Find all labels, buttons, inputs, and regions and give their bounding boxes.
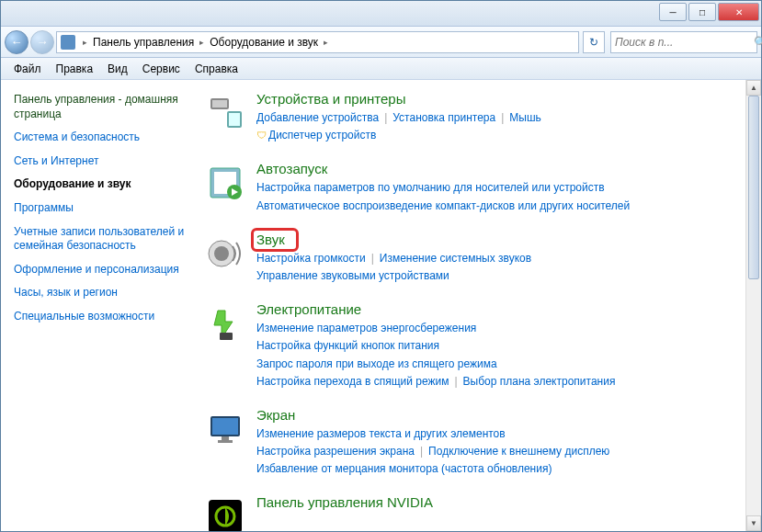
category-body: ЗвукНастройка громкости|Изменение систем…: [256, 232, 754, 285]
search-box[interactable]: 🔍: [610, 31, 757, 53]
category-link[interactable]: Изменение размеров текста и других элеме…: [256, 427, 506, 440]
svg-rect-14: [218, 440, 233, 443]
category-link[interactable]: Изменение параметров энергосбережения: [256, 322, 476, 334]
link-separator: |: [454, 375, 457, 388]
back-button[interactable]: ←: [5, 30, 28, 54]
sidebar-item[interactable]: Панель управления - домашняя страница: [14, 93, 188, 121]
search-input[interactable]: [615, 36, 754, 49]
category-link[interactable]: Избавление от мерцания монитора (частота…: [256, 462, 552, 475]
category-title[interactable]: Автозапуск: [256, 161, 327, 176]
category-title[interactable]: Устройства и принтеры: [256, 91, 405, 107]
category-body: ЭлектропитаниеИзменение параметров энерг…: [256, 301, 754, 391]
category-link[interactable]: Настройка громкости: [256, 252, 366, 265]
category: Устройства и принтерыДобавление устройст…: [203, 91, 754, 144]
category-body: Панель управления NVIDIA: [256, 494, 754, 531]
category-body: Устройства и принтерыДобавление устройст…: [256, 91, 754, 144]
titlebar: ─ □ ✕: [1, 1, 761, 27]
category-link[interactable]: Добавление устройства: [256, 111, 379, 124]
category-title[interactable]: Панель управления NVIDIA: [256, 494, 433, 510]
category-title[interactable]: Экран: [256, 407, 295, 423]
category-link[interactable]: Мышь: [509, 111, 541, 124]
category-links: Изменение размеров текста и других элеме…: [256, 425, 754, 479]
sidebar-item[interactable]: Часы, язык и регион: [14, 286, 188, 300]
display-icon: [203, 407, 247, 451]
menu-item[interactable]: Файл: [6, 60, 49, 78]
breadcrumb-sep: ▸: [199, 38, 204, 47]
svg-point-9: [214, 246, 229, 261]
category-link[interactable]: Изменение системных звуков: [380, 252, 531, 265]
category-link[interactable]: Установка принтера: [392, 111, 495, 124]
sidebar-item[interactable]: Оформление и персонализация: [14, 263, 188, 277]
sidebar: Панель управления - домашняя страницаСис…: [1, 80, 196, 531]
shield-icon: 🛡: [256, 130, 267, 141]
link-separator: |: [420, 445, 423, 458]
close-button[interactable]: ✕: [718, 3, 759, 21]
power-icon: [203, 301, 247, 345]
category-link[interactable]: Управление звуковыми устройствами: [256, 269, 449, 282]
category-link[interactable]: Настройка функций кнопок питания: [256, 339, 439, 352]
category-link[interactable]: Настройка разрешения экрана: [256, 445, 415, 458]
category-link[interactable]: Настройка параметров по умолчанию для но…: [256, 181, 605, 194]
category-link[interactable]: Автоматическое воспроизведение компакт-д…: [256, 199, 630, 212]
category-body: ЭкранИзменение размеров текста и других …: [256, 407, 754, 479]
category: Панель управления NVIDIA: [203, 494, 754, 531]
category-link[interactable]: Запрос пароля при выходе из спящего режи…: [256, 357, 497, 370]
category-title[interactable]: Электропитание: [256, 301, 361, 317]
category-links: Добавление устройства|Установка принтера…: [256, 109, 754, 144]
svg-rect-1: [212, 100, 227, 108]
forward-button[interactable]: →: [30, 30, 54, 54]
category-links: Настройка параметров по умолчанию для но…: [256, 179, 754, 214]
navbar: ← → ▸ Панель управления ▸ Оборудование и…: [1, 27, 761, 58]
scroll-thumb[interactable]: [748, 96, 759, 279]
sound-icon: [203, 232, 247, 276]
breadcrumb-sep: ▸: [83, 38, 87, 47]
link-separator: |: [384, 111, 387, 124]
svg-rect-10: [220, 333, 233, 340]
sidebar-item[interactable]: Оборудование и звук: [14, 177, 188, 192]
category-links: Настройка громкости|Изменение системных …: [256, 250, 754, 285]
sidebar-item[interactable]: Программы: [14, 201, 188, 216]
content: Панель управления - домашняя страницаСис…: [1, 80, 761, 531]
scroll-up-button[interactable]: ▲: [746, 80, 761, 96]
breadcrumb-item[interactable]: Оборудование и звук: [208, 36, 320, 49]
breadcrumb[interactable]: ▸ Панель управления ▸ Оборудование и зву…: [56, 31, 579, 53]
category-link[interactable]: Настройка перехода в спящий режим: [256, 375, 449, 388]
sidebar-item[interactable]: Сеть и Интернет: [14, 154, 188, 169]
breadcrumb-item[interactable]: Панель управления: [91, 36, 196, 49]
link-separator: |: [501, 111, 504, 124]
category: ЭлектропитаниеИзменение параметров энерг…: [203, 301, 754, 391]
category-body: АвтозапускНастройка параметров по умолча…: [256, 161, 754, 214]
sidebar-item[interactable]: Учетные записи пользователей и семейная …: [14, 225, 188, 254]
sidebar-item[interactable]: Специальные возможности: [14, 310, 188, 324]
minimize-button[interactable]: ─: [659, 3, 687, 21]
sidebar-item[interactable]: Система и безопасность: [14, 130, 188, 145]
search-icon[interactable]: 🔍: [754, 36, 762, 49]
svg-rect-3: [229, 113, 240, 126]
refresh-button[interactable]: ↻: [583, 31, 605, 53]
printer-icon: [203, 91, 247, 135]
scroll-down-button[interactable]: ▼: [746, 515, 761, 531]
category: ЗвукНастройка громкости|Изменение систем…: [203, 232, 754, 285]
menu-item[interactable]: Вид: [100, 60, 135, 78]
menubar: ФайлПравкаВидСервисСправка: [1, 58, 761, 80]
menu-item[interactable]: Правка: [49, 60, 101, 78]
category-link[interactable]: Диспетчер устройств: [268, 129, 376, 141]
nvidia-icon: [203, 494, 247, 531]
category-link[interactable]: Выбор плана электропитания: [463, 375, 616, 388]
svg-rect-12: [212, 418, 238, 435]
scrollbar[interactable]: ▲ ▼: [745, 80, 761, 531]
main-panel: Устройства и принтерыДобавление устройст…: [196, 80, 761, 531]
breadcrumb-sep: ▸: [324, 38, 328, 47]
category: ЭкранИзменение размеров текста и других …: [203, 407, 754, 479]
maximize-button[interactable]: □: [688, 3, 716, 21]
menu-item[interactable]: Сервис: [135, 60, 188, 78]
svg-rect-13: [222, 436, 229, 440]
control-panel-icon: [61, 35, 75, 50]
explorer-window: ─ □ ✕ ← → ▸ Панель управления ▸ Оборудов…: [0, 0, 762, 532]
link-separator: |: [371, 252, 374, 265]
menu-item[interactable]: Справка: [188, 60, 245, 78]
category: АвтозапускНастройка параметров по умолча…: [203, 161, 754, 214]
category-link[interactable]: Подключение к внешнему дисплею: [428, 445, 609, 458]
category-links: Изменение параметров энергосбереженияНас…: [256, 320, 754, 391]
category-title[interactable]: Звук: [256, 232, 285, 247]
